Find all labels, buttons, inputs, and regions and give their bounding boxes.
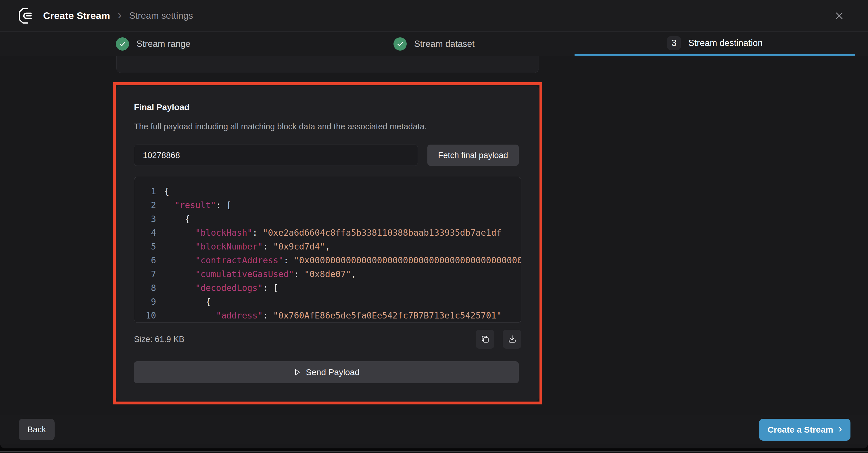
copy-payload-button[interactable]	[476, 330, 494, 349]
tab-label: Stream destination	[688, 38, 763, 48]
block-number-input[interactable]	[134, 145, 418, 166]
final-payload-card: Final Payload The full payload including…	[116, 86, 539, 401]
step-number-badge: 3	[667, 36, 681, 50]
code-text: "cumulativeGasUsed": "0x8de07",	[156, 267, 521, 281]
code-text: "address": "0x760AfE86e5de5fa0Ee542fc7B7…	[156, 309, 521, 323]
create-stream-modal: Create Stream › Stream settings Stream r…	[0, 0, 868, 448]
line-number: 6	[134, 253, 156, 267]
stream-logo-icon	[18, 7, 36, 24]
section-title: Final Payload	[134, 102, 521, 112]
breadcrumb-chevron-icon: ›	[118, 9, 122, 21]
section-description: The full payload including all matching …	[134, 122, 521, 131]
check-icon	[116, 37, 129, 51]
copy-icon	[480, 335, 490, 344]
line-number: 7	[134, 267, 156, 281]
code-text: "blockNumber": "0x9cd7d4",	[156, 240, 521, 253]
code-text: "contractAddress": "0x000000000000000000…	[156, 253, 521, 267]
create-stream-button[interactable]: Create a Stream ›	[759, 419, 850, 441]
code-line: 2 "result": [	[134, 198, 521, 212]
code-line: 7 "cumulativeGasUsed": "0x8de07",	[134, 267, 521, 281]
annotation-highlight-box: Final Payload The full payload including…	[113, 82, 542, 404]
close-button[interactable]	[831, 8, 847, 24]
line-number: 9	[134, 295, 156, 309]
code-line: 9 {	[134, 295, 521, 309]
footer-bar: Back Create a Stream ›	[0, 415, 868, 444]
line-number: 4	[134, 226, 156, 240]
tab-label: Stream dataset	[414, 39, 474, 49]
line-number: 2	[134, 198, 156, 212]
step-tabbar: Stream range Stream dataset 3 Stream des…	[0, 32, 868, 56]
payload-size-label: Size: 61.9 KB	[134, 335, 185, 344]
line-number: 5	[134, 240, 156, 253]
underlying-page-edge	[0, 448, 868, 453]
breadcrumb-current: Stream settings	[129, 10, 193, 21]
code-text: {	[156, 212, 521, 226]
main-content: Final Payload The full payload including…	[0, 56, 868, 420]
code-text: "decodedLogs": [	[156, 281, 521, 295]
tab-stream-range[interactable]: Stream range	[13, 32, 293, 56]
send-payload-label: Send Payload	[306, 367, 360, 377]
download-payload-button[interactable]	[503, 330, 521, 349]
code-line: 4 "blockHash": "0xe2a6d6604c8ffa5b338110…	[134, 226, 521, 240]
download-icon	[507, 335, 517, 344]
send-payload-button[interactable]: Send Payload	[134, 361, 519, 383]
page-title: Create Stream	[43, 10, 110, 21]
fetch-row: Fetch final payload	[134, 145, 521, 166]
code-text: {	[156, 184, 521, 198]
header-bar: Create Stream › Stream settings	[0, 0, 868, 32]
back-button[interactable]: Back	[19, 419, 55, 440]
code-text: {	[156, 295, 521, 309]
line-number: 10	[134, 309, 156, 323]
tab-stream-destination[interactable]: 3 Stream destination	[575, 32, 855, 56]
tab-label: Stream range	[136, 39, 191, 49]
fetch-final-payload-button[interactable]: Fetch final payload	[427, 145, 519, 166]
underlying-window-line	[0, 451, 868, 452]
line-number: 3	[134, 212, 156, 226]
code-line: 6 "contractAddress": "0x0000000000000000…	[134, 253, 521, 267]
code-line: 8 "decodedLogs": [	[134, 281, 521, 295]
line-number: 8	[134, 281, 156, 295]
previous-section-card	[116, 56, 539, 73]
code-line: 10 "address": "0x760AfE86e5de5fa0Ee542fc…	[134, 309, 521, 323]
code-line: 1{	[134, 184, 521, 198]
payload-code-viewer[interactable]: 1{2 "result": [3 {4 "blockHash": "0xe2a6…	[134, 177, 521, 323]
code-line: 5 "blockNumber": "0x9cd7d4",	[134, 240, 521, 253]
code-line: 3 {	[134, 212, 521, 226]
close-icon	[834, 11, 844, 21]
size-row: Size: 61.9 KB	[134, 330, 521, 349]
check-icon	[394, 37, 407, 51]
play-icon	[293, 368, 301, 376]
line-number: 1	[134, 184, 156, 198]
create-stream-label: Create a Stream	[767, 425, 833, 434]
code-text: "result": [	[156, 198, 521, 212]
code-text: "blockHash": "0xe2a6d6604c8ffa5b33811038…	[156, 226, 521, 240]
tab-stream-dataset[interactable]: Stream dataset	[293, 32, 574, 56]
chevron-right-icon: ›	[838, 423, 842, 435]
